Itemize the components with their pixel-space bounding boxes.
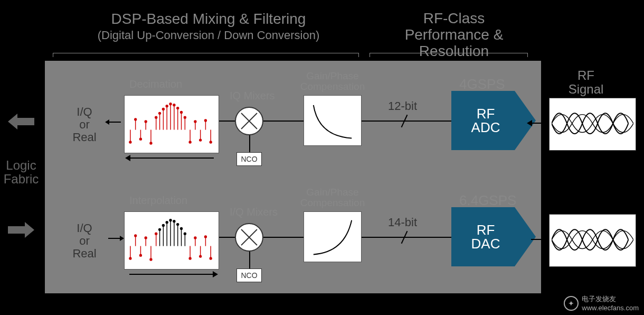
svg-point-13 [155,116,157,118]
watermark: ✦ 电子发烧友 www.elecfans.com [564,294,639,312]
svg-point-19 [166,105,168,107]
svg-point-60 [200,255,202,257]
svg-point-5 [135,118,137,121]
svg-point-62 [204,236,206,238]
comp-l2: Compensation [300,81,365,92]
iq-label-top: I/Q or Real [63,106,106,144]
rf-signal-l2: Signal [544,82,628,96]
svg-point-72 [169,219,172,221]
wire [263,237,304,238]
svg-point-48 [139,254,141,256]
arrow-from-fabric-icon [8,222,34,238]
svg-point-50 [145,237,147,239]
compensation-curve-icon [304,211,362,262]
rx-lane: I/Q or Real Decimation [45,74,541,169]
svg-point-58 [194,237,196,239]
dsp-subtitle: (Digital Up-Conversion / Down Conversion… [63,29,354,42]
rf2-l1: RF [477,223,495,237]
dac-block: RF DAC [451,207,536,266]
wire [263,121,304,122]
svg-point-17 [162,108,164,110]
svg-point-3 [129,141,131,143]
svg-point-70 [166,221,168,224]
mixer-label-top: IQ Mixers [230,90,275,102]
iq-label-bottom: I/Q or Real [63,222,106,261]
mixer-label-bottom: I/Q Mixers [230,206,278,218]
svg-point-56 [189,257,191,260]
rf-waveform-out-icon [549,214,636,267]
svg-point-46 [135,235,137,237]
arrow-out-icon [108,122,121,123]
svg-point-11 [150,142,152,144]
rf-l2: ADC [471,121,500,134]
rf-signal-label: RF Signal [544,69,628,97]
nco-wire [249,135,250,152]
rf-signal-l1: RF [544,69,628,82]
svg-point-68 [162,225,164,227]
svg-point-7 [139,138,141,140]
bracket-dsp [53,53,359,57]
svg-point-64 [210,257,212,260]
bit-label-bottom: 14-bit [388,216,417,229]
comp-label-bottom: Gain/Phase Compensation [298,187,367,208]
svg-point-15 [159,112,161,114]
comp2-l1: Gain/Phase [306,187,358,198]
gsps-bottom: 6.4GSPS [459,192,516,209]
dsp-header: DSP-Based Mixing & Filtering (Digital Up… [63,11,354,42]
svg-point-35 [200,139,202,141]
svg-point-37 [204,119,206,122]
nco-bottom: NCO [236,268,262,282]
svg-point-78 [181,227,183,229]
comp-label-top: Gain/Phase Compensation [298,71,367,92]
svg-point-66 [159,228,161,230]
compensation-curve-icon [304,95,362,146]
svg-marker-1 [8,222,34,238]
iq-l3: Real [63,131,106,144]
svg-marker-0 [8,114,34,129]
watermark-logo-icon: ✦ [564,296,579,311]
bracket-rf [370,53,528,57]
svg-point-31 [189,141,191,143]
bit-label-top: 12-bit [388,99,417,113]
dsp-title: DSP-Based Mixing & Filtering [63,11,354,27]
svg-point-39 [210,141,212,143]
svg-point-52 [150,258,152,261]
svg-point-54 [155,233,157,235]
svg-point-29 [184,116,186,118]
watermark-cn: 电子发烧友 [582,294,639,304]
rf-title-l1: RF-Class [380,11,528,27]
rf2-l2: DAC [471,237,500,251]
interpolation-spectrum-icon [124,211,219,270]
iq2-l3: Real [63,247,106,260]
arrow-in-icon [108,238,121,239]
svg-point-33 [194,121,196,123]
nco-wire [249,252,250,268]
svg-point-27 [181,111,183,113]
svg-point-44 [129,257,131,260]
wire [362,237,451,238]
iq2-l2: or [63,235,106,247]
rf-l1: RF [477,107,495,121]
iq-l2: or [63,118,106,131]
comp2-l2: Compensation [300,197,365,208]
watermark-url: www.elecfans.com [582,304,639,312]
svg-point-23 [173,104,175,106]
tx-lane: I/Q or Real Interpolation [45,190,541,285]
rf-title-l2: Performance & [380,27,528,43]
decim-arrow-icon [129,158,214,159]
interp-label: Interpolation [129,194,187,207]
interp-arrow-icon [129,274,214,275]
arrow-to-fabric-icon [8,114,34,129]
mixer-icon [235,223,263,252]
svg-point-9 [145,121,147,123]
svg-point-76 [177,224,179,226]
decimation-spectrum-icon [124,95,219,153]
wire [219,121,235,122]
rf-in-arrow-icon [531,123,548,124]
rf-header: RF-Class Performance & Resolution [380,11,528,59]
rf-waveform-in-icon [549,98,636,151]
svg-point-25 [177,107,179,109]
decim-label-top: Decimation [129,78,182,90]
adc-block: RF ADC [451,91,536,150]
mixer-icon [235,107,263,135]
